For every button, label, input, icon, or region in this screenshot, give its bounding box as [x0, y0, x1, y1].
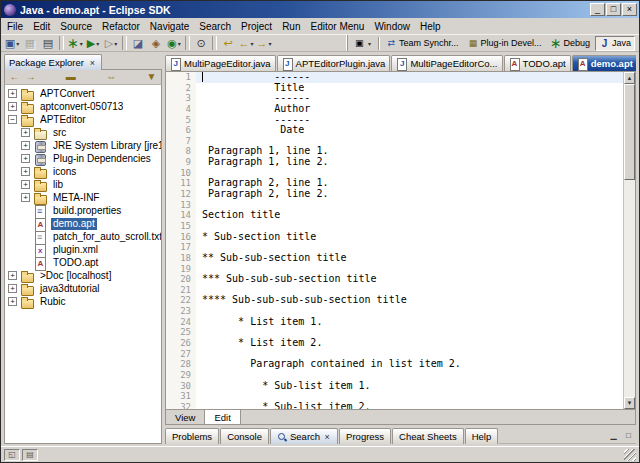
tree-item[interactable]: + src	[5, 126, 161, 139]
tree-expander-icon[interactable]: +	[21, 180, 30, 189]
back-button[interactable]: ←	[237, 35, 255, 51]
debug-perspective-button[interactable]: Debug	[546, 36, 594, 51]
view-tab[interactable]: Console	[220, 428, 269, 444]
resize-grip[interactable]	[624, 449, 636, 461]
editor-line[interactable]: 28 Paragraph contained in list item 2.	[166, 359, 623, 370]
tree-item[interactable]: + JRE System Library [jre1.5.0_10]	[5, 139, 161, 152]
explorer-back-button[interactable]: ←	[7, 71, 22, 84]
tree-item[interactable]: + icons	[5, 165, 161, 178]
editor-text-area[interactable]: 1 ------ 2 Title 3 ------ 4	[166, 72, 623, 409]
view-tab[interactable]: Progress	[339, 428, 391, 444]
editor-line[interactable]: 6 Date	[166, 125, 623, 136]
minimize-button[interactable]: _	[590, 3, 605, 16]
menu-item[interactable]: Edit	[28, 20, 55, 33]
editor-page-tab[interactable]: View	[166, 410, 205, 424]
editor-tab[interactable]: demo.apt	[572, 55, 636, 71]
editor-line[interactable]: 30 * Sub-list item 1.	[166, 381, 623, 392]
tree-item[interactable]: + META-INF	[5, 191, 161, 204]
editor-line[interactable]: 16 * Sub-section title	[166, 232, 623, 243]
tree-expander-icon[interactable]: +	[8, 284, 17, 293]
dropdown-arrow-icon[interactable]	[80, 40, 83, 47]
link-with-editor-button[interactable]: ⇔	[104, 71, 119, 84]
editor-line[interactable]: 29	[166, 370, 623, 381]
tree-item[interactable]: + APTConvert	[5, 87, 161, 100]
view-menu-button[interactable]: ▼	[144, 71, 159, 84]
tree-item[interactable]: patch_for_auto_scroll.txt	[5, 230, 161, 243]
tree-item[interactable]: + lib	[5, 178, 161, 191]
last-edit-location-button[interactable]: ↩	[219, 35, 237, 51]
menu-item[interactable]: Search	[194, 20, 236, 33]
tree-expander-icon[interactable]: +	[8, 271, 17, 280]
close-icon[interactable]	[323, 432, 331, 442]
package-explorer-tree[interactable]: + APTConvert + aptconvert-050713 − APTEd…	[4, 85, 162, 444]
print-button[interactable]: ▤	[39, 35, 57, 51]
menu-item[interactable]: Source	[55, 20, 97, 33]
editor-vertical-scrollbar[interactable]: ▲ ▼	[623, 72, 635, 409]
tree-expander-icon[interactable]: +	[21, 154, 30, 163]
tree-expander-icon[interactable]: +	[21, 128, 30, 137]
tree-expander-icon[interactable]: +	[21, 167, 30, 176]
tree-expander-icon[interactable]: +	[21, 193, 30, 202]
tree-item[interactable]: + Plug-in Dependencies	[5, 152, 161, 165]
menu-item[interactable]: File	[2, 20, 28, 33]
editor-line[interactable]: 24 * List item 1.	[166, 317, 623, 328]
dropdown-arrow-icon[interactable]	[268, 40, 271, 47]
tree-item[interactable]: + Rubic	[5, 295, 161, 308]
new-java-project-button[interactable]: ◪	[129, 35, 147, 51]
editor-tab[interactable]: TODO.apt	[504, 55, 571, 71]
editor-line[interactable]: 26 * List item 2.	[166, 338, 623, 349]
new-wizard-button[interactable]: ▣	[3, 35, 21, 51]
package-explorer-tab[interactable]: Package Explorer	[4, 54, 102, 70]
close-icon[interactable]	[88, 58, 97, 68]
tree-item[interactable]: plugin.xml	[5, 243, 161, 256]
scrollbar-thumb[interactable]	[624, 84, 635, 180]
tree-item[interactable]: − APTEditor	[5, 113, 161, 126]
tree-item[interactable]: build.properties	[5, 204, 161, 217]
editor-line[interactable]: 20 *** Sub-sub-sub-section title	[166, 274, 623, 285]
tree-expander-icon[interactable]: −	[8, 115, 17, 124]
tree-expander-icon[interactable]: +	[21, 141, 30, 150]
tree-item[interactable]: demo.apt	[5, 217, 161, 230]
dropdown-arrow-icon[interactable]	[178, 40, 181, 47]
forward-button[interactable]: →	[255, 35, 273, 51]
dropdown-arrow-icon[interactable]	[96, 40, 99, 47]
editor-line[interactable]: 18 ** Sub-sub-section title	[166, 253, 623, 264]
new-class-button[interactable]: ◉	[165, 35, 183, 51]
dropdown-arrow-icon[interactable]	[250, 40, 253, 47]
java-perspective-button[interactable]: Java	[595, 36, 635, 51]
eclipse-logo-icon[interactable]	[4, 4, 16, 16]
tree-item[interactable]: + >Doc [localhost]	[5, 269, 161, 282]
collapse-all-button[interactable]: ▬	[63, 71, 78, 84]
editor-line[interactable]: 22 **** Sub-sub-sub-sub-section title	[166, 295, 623, 306]
editor-line[interactable]: 12 Paragraph 2, line 2.	[166, 189, 623, 200]
view-tab[interactable]: Help	[465, 428, 499, 444]
run-button[interactable]: ▶	[84, 35, 102, 51]
minimize-view-button[interactable]: ▁	[606, 427, 621, 444]
editor-tab[interactable]: MultiPageEditorCo...	[391, 55, 502, 71]
editor-line[interactable]: 14 Section title	[166, 210, 623, 221]
view-tab[interactable]: Cheat Sheets	[392, 428, 464, 444]
menu-item[interactable]: Run	[277, 20, 305, 33]
view-tab[interactable]: Problems	[165, 428, 219, 444]
tree-item[interactable]: TODO.apt	[5, 256, 161, 269]
plugin-dev-perspective-button[interactable]: Plug-in Devel...	[463, 36, 545, 51]
tree-expander-icon[interactable]: +	[8, 102, 17, 111]
team-sync-perspective-button[interactable]: Team Synchr...	[382, 36, 463, 51]
editor-line[interactable]: 32 * Sub-list item 2.	[166, 402, 623, 409]
scroll-down-icon[interactable]: ▼	[624, 397, 635, 409]
status-left-icon-1[interactable]: ◱	[4, 449, 20, 461]
editor-page-tab[interactable]: Edit	[205, 410, 240, 424]
editor-line[interactable]: 15	[166, 221, 623, 232]
tree-item[interactable]: + java3dtutorial	[5, 282, 161, 295]
editor-tab[interactable]: APTEditorPlugin.java	[277, 55, 391, 71]
dropdown-arrow-icon[interactable]	[16, 40, 19, 47]
tree-expander-icon[interactable]: +	[8, 89, 17, 98]
save-button[interactable]: ▦	[21, 35, 39, 51]
status-left-icon-2[interactable]: ▤	[22, 449, 38, 461]
search-button[interactable]: ⊙	[192, 35, 210, 51]
editor-tab[interactable]: MultiPageEditor.java	[165, 55, 276, 71]
scroll-up-icon[interactable]: ▲	[624, 72, 635, 84]
close-button[interactable]: ×	[622, 3, 637, 16]
open-perspective-button[interactable]: ▣	[350, 36, 375, 51]
menu-item[interactable]: Navigate	[145, 20, 194, 33]
